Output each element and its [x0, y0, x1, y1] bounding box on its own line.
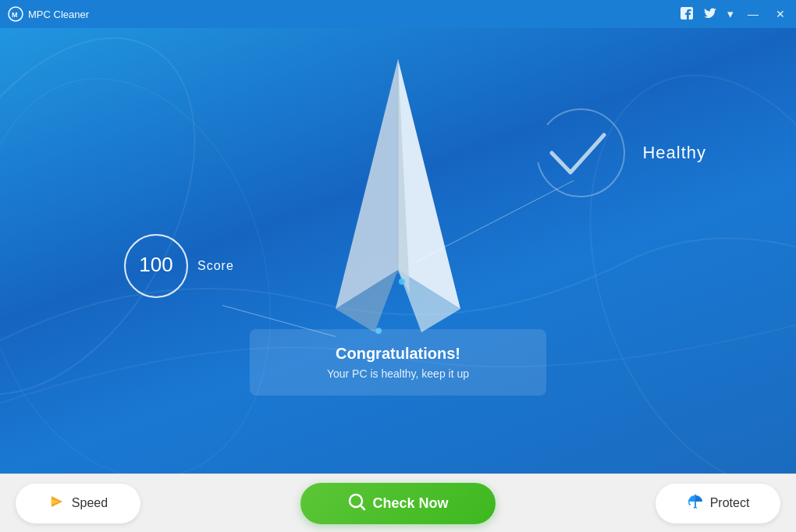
svg-point-16 — [530, 102, 631, 204]
svg-point-22 — [691, 495, 692, 497]
bottom-bar: Speed Check Now — [0, 473, 796, 532]
plane-svg — [312, 51, 484, 340]
twitter-icon[interactable] — [704, 7, 716, 22]
plane-logo — [312, 51, 484, 332]
title-bar: M MPC Cleaner ▾ — ✕ — [0, 0, 796, 28]
app-window: M MPC Cleaner ▾ — ✕ — [0, 0, 796, 532]
congrats-sub: Your PC is healthy, keep it up — [297, 367, 499, 380]
score-circle: 100 Score — [121, 231, 234, 301]
speed-icon — [48, 493, 66, 514]
facebook-icon[interactable] — [681, 7, 693, 22]
congrats-box: Congratulations! Your PC is healthy, kee… — [250, 329, 546, 395]
app-title: MPC Cleaner — [28, 9, 89, 20]
speed-label: Speed — [72, 496, 108, 510]
minimize-button[interactable]: — — [744, 6, 762, 22]
check-now-button[interactable]: Check Now — [300, 483, 496, 524]
svg-point-9 — [399, 278, 405, 285]
main-content: 100 Score Healthy Congratulations! Your … — [0, 28, 796, 473]
svg-text:M: M — [12, 11, 18, 19]
title-bar-right: ▾ — ✕ — [681, 6, 788, 22]
svg-text:100: 100 — [139, 253, 172, 276]
check-now-label: Check Now — [372, 495, 448, 512]
protect-label: Protect — [710, 496, 750, 510]
svg-point-21 — [695, 494, 696, 496]
svg-point-23 — [698, 496, 700, 498]
score-ring-svg: 100 — [121, 231, 191, 301]
app-logo: M — [8, 6, 23, 22]
app-logo-icon: M — [8, 6, 23, 22]
score-label: Score — [197, 259, 234, 273]
protect-button[interactable]: Protect — [656, 484, 780, 523]
healthy-label: Healthy — [642, 143, 706, 163]
check-now-icon — [347, 492, 366, 515]
healthy-ring-svg — [530, 102, 631, 204]
title-bar-left: M MPC Cleaner — [8, 6, 89, 22]
close-button[interactable]: ✕ — [773, 6, 788, 22]
speed-button[interactable]: Speed — [16, 484, 140, 523]
wave-right-decoration — [535, 34, 796, 473]
svg-line-20 — [361, 505, 364, 509]
svg-point-24 — [689, 498, 691, 499]
svg-marker-3 — [336, 59, 398, 309]
protect-icon — [687, 493, 704, 514]
healthy-circle: Healthy — [530, 102, 706, 204]
congrats-title: Congratulations! — [297, 345, 499, 363]
dropdown-icon[interactable]: ▾ — [727, 7, 734, 21]
